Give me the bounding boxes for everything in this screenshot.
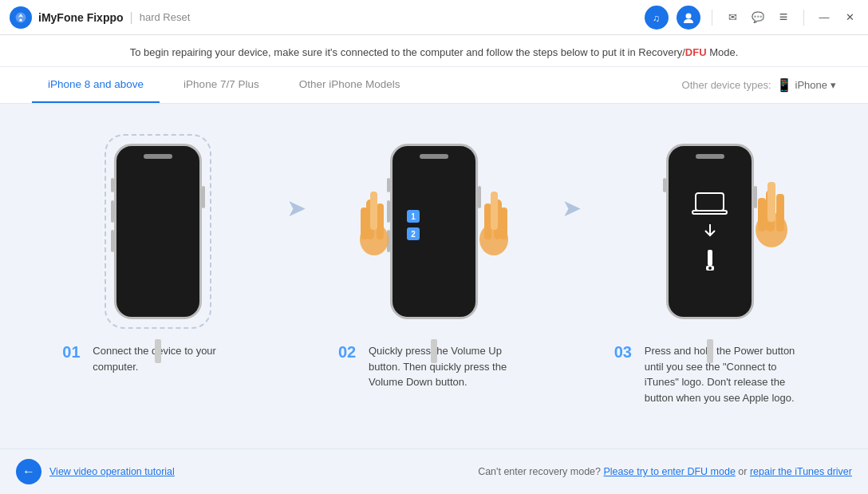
svg-point-3 [686,13,692,18]
step-3-text: Press and hold the Power button until yo… [645,343,806,405]
dfu-text: DFU [685,46,707,58]
arrow-1-shape: ➤ [286,194,306,222]
tab-iphone8-above[interactable]: iPhone 8 and above [32,67,160,103]
step-1-text: Connect the device to your computer. [93,343,254,374]
dfu-mode-link[interactable]: Please try to enter DFU mode [603,466,735,477]
step-3-phone [666,144,754,319]
selected-device-type: iPhone [795,79,827,91]
phone-mini-icon: 📱 [776,77,792,93]
tutorial-link[interactable]: View video operation tutorial [49,466,175,477]
svg-point-24 [708,267,712,270]
step-3-left-btn-top [663,178,666,192]
arrow-2: ➤ [544,128,599,335]
music-icon-btn[interactable]: ♫ [645,6,669,30]
titlebar-divider-2 [803,10,804,26]
steps-area: 01 Connect the device to your computer. … [0,104,868,421]
step-1-phone [114,144,202,319]
chat-icon-btn[interactable]: 💬 [749,9,767,26]
app-name: iMyFone Fixppo [38,11,124,24]
minimize-btn[interactable]: — [815,9,833,26]
repair-itunes-link[interactable]: repair the iTunes driver [750,466,852,477]
svg-rect-22 [708,250,712,266]
titlebar-divider-1 [712,10,712,26]
svg-rect-20 [692,211,727,214]
back-button[interactable]: ← [16,459,41,484]
step-2-text: Quickly press the Volume Up button. Then… [369,343,530,390]
menu-icon-btn[interactable]: ≡ [775,9,792,26]
step-1-left-btn-mid [111,200,114,223]
download-arrow-icon [702,224,718,243]
svg-rect-6 [377,204,384,239]
svg-text:♫: ♫ [653,13,660,24]
step-2-num: 02 [338,343,362,362]
chevron-down-icon: ▾ [831,79,836,91]
step-1-phone-wrapper [94,128,222,335]
user-avatar-btn[interactable] [677,6,700,30]
tab-other-models[interactable]: Other iPhone Models [283,67,416,103]
arrow-2-shape: ➤ [562,194,582,222]
itunes-screen [692,190,728,274]
vol-badge-1: 1 [407,210,420,223]
step-3-phone-wrapper [638,128,782,335]
bottombar: ← View video operation tutorial Can't en… [0,449,868,494]
titlebar-icons: ♫ ✉ 💬 ≡ — ✕ [645,6,858,30]
cant-enter-text: Can't enter recovery mode? Please try to… [478,466,852,477]
app-logo [10,6,32,29]
device-type-dropdown[interactable]: 📱 iPhone ▾ [776,77,836,93]
other-device-selector: Other device types: 📱 iPhone ▾ [682,77,836,93]
vol-badge-2: 2 [407,227,420,240]
step-1-left-btn-top [111,178,114,192]
step-2-phone: 1 2 [390,144,478,319]
step-3-right-hand [750,168,794,251]
svg-rect-8 [370,192,377,230]
svg-point-1 [19,18,22,21]
tabs-container: iPhone 8 and above iPhone 7/7 Plus Other… [0,67,868,104]
step-1-left-btn-bot [111,230,114,252]
arrow-1: ➤ [269,128,324,335]
step-2-cable [431,339,437,363]
svg-rect-19 [696,193,724,211]
message-icon-btn[interactable]: ✉ [724,9,741,26]
close-btn[interactable]: ✕ [841,9,858,26]
step-3-cable [707,339,713,363]
svg-rect-18 [767,182,775,222]
logo-icon [14,11,27,24]
window-subtitle: hard Reset [140,11,191,23]
title-separator: | [130,10,133,25]
step-2-phone-wrapper: 1 2 [362,128,506,335]
svg-rect-12 [500,207,507,239]
step-2-block: 1 2 02 Quickly press the Volume Up butto… [324,128,545,390]
step-1-right-btn [202,186,205,208]
step-1-block: 01 Connect the device to your computer. [48,128,269,374]
infobar-text: To begin repairing your device, make sur… [130,46,739,58]
step-2-left-hand [354,176,394,259]
cable-connector-icon [704,250,716,274]
svg-rect-17 [758,198,766,231]
svg-rect-11 [484,204,491,239]
svg-rect-7 [361,207,368,239]
svg-rect-16 [776,194,784,231]
laptop-icon [692,190,728,218]
step-3-num: 03 [614,343,638,362]
step-2-right-hand [474,176,514,259]
other-device-label: Other device types: [682,79,771,91]
step-3-block: 03 Press and hold the Power button until… [599,128,820,405]
titlebar: iMyFone Fixppo | hard Reset ♫ ✉ 💬 ≡ — ✕ [0,0,868,35]
svg-rect-13 [491,192,498,230]
infobar: To begin repairing your device, make sur… [0,35,868,67]
step-1-num: 01 [62,343,86,362]
tab-iphone7[interactable]: iPhone 7/7 Plus [168,67,275,103]
step-1-cable [155,339,161,363]
